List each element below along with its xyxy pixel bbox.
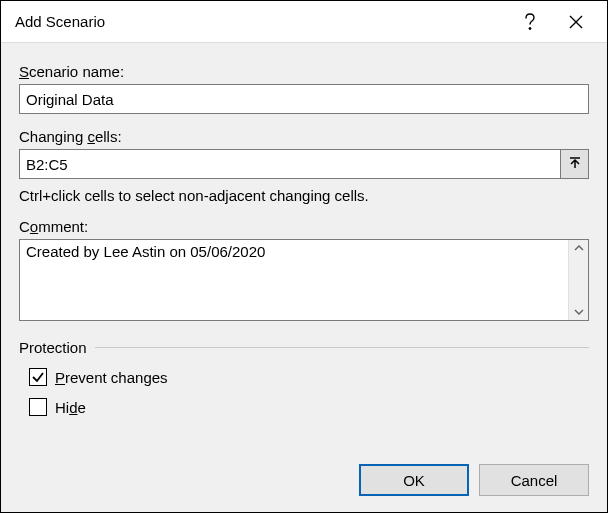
changing-cells-hint: Ctrl+click cells to select non-adjacent … <box>19 187 589 204</box>
add-scenario-dialog: Add Scenario Scenario name: Changing cel… <box>0 0 608 513</box>
hide-checkbox[interactable] <box>29 398 47 416</box>
scroll-down-icon <box>574 308 584 316</box>
protection-group-header: Protection <box>19 339 589 356</box>
close-button[interactable] <box>553 2 599 42</box>
dialog-footer: OK Cancel <box>1 454 607 512</box>
hide-label: Hide <box>55 399 86 416</box>
scenario-name-label: Scenario name: <box>19 63 589 80</box>
dialog-title: Add Scenario <box>15 13 507 30</box>
scroll-up-icon <box>574 244 584 252</box>
prevent-changes-checkbox[interactable] <box>29 368 47 386</box>
changing-cells-label: Changing cells: <box>19 128 589 145</box>
ok-button[interactable]: OK <box>359 464 469 496</box>
comment-label: Comment: <box>19 218 589 235</box>
prevent-changes-label: Prevent changes <box>55 369 168 386</box>
protection-label: Protection <box>19 339 87 356</box>
titlebar: Add Scenario <box>1 1 607 43</box>
hide-row: Hide <box>29 398 589 416</box>
dialog-body: Scenario name: Changing cells: Ctrl+clic… <box>1 43 607 454</box>
comment-textarea[interactable] <box>20 240 568 320</box>
collapse-dialog-button[interactable] <box>561 149 589 179</box>
help-button[interactable] <box>507 2 553 42</box>
changing-cells-input[interactable] <box>19 149 561 179</box>
comment-field-wrap <box>19 239 589 321</box>
checkmark-icon <box>31 370 45 384</box>
svg-point-0 <box>529 27 531 29</box>
protection-divider <box>95 347 589 348</box>
prevent-changes-row: Prevent changes <box>29 368 589 386</box>
scenario-name-input[interactable] <box>19 84 589 114</box>
comment-scrollbar[interactable] <box>568 240 588 320</box>
cancel-button[interactable]: Cancel <box>479 464 589 496</box>
